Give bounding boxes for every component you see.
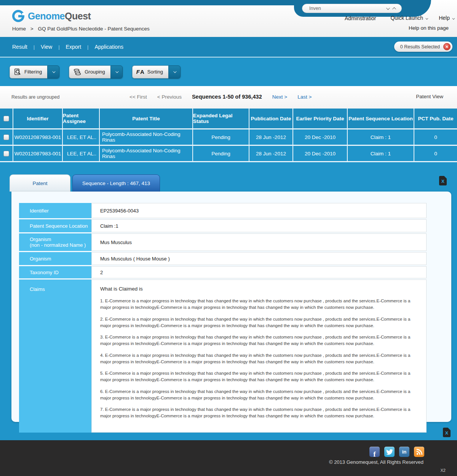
cell-publication-date: 28 Jun -2012 xyxy=(249,146,293,162)
breadcrumb-home[interactable]: Home xyxy=(12,26,26,32)
help-on-this-page-link[interactable]: Help on this page xyxy=(409,25,449,31)
menu-separator: | xyxy=(87,44,88,50)
claim-item: 7. E-Commerce is a major progress in tec… xyxy=(100,406,415,420)
menu-separator: | xyxy=(34,44,35,50)
last-page-link[interactable]: Last > xyxy=(297,94,312,100)
cell-title: Polycomb-Associated Non-Coding Rinas xyxy=(100,129,193,146)
patent-detail-panel: Identifier EP2539456-0043 Patent Sequenc… xyxy=(11,192,451,422)
claims-heading: What is Claimed is xyxy=(100,286,415,292)
cell-identifier: W02012087983-001 xyxy=(13,146,63,162)
cell-assignee: LEE, ET AL.. xyxy=(63,129,100,146)
excel-export-icon[interactable]: x xyxy=(443,428,451,437)
next-page-link[interactable]: Next > xyxy=(272,94,287,100)
menu-item-applications[interactable]: Applications xyxy=(94,44,123,50)
detail-value-claims: What is Claimed is 1. E-Commerce is a ma… xyxy=(91,280,427,433)
claim-item: 1. E-Commerce is a major progress in tec… xyxy=(100,298,415,311)
grouping-label: Grouping xyxy=(85,69,105,75)
help-menu[interactable]: Help xyxy=(439,15,454,21)
chevron-up-icon[interactable] xyxy=(392,7,396,11)
column-header-publication-date: Publication Date xyxy=(249,109,293,129)
column-header-priority-date: Earlier Priority Date xyxy=(293,109,348,129)
results-summary: Sequences 1-50 of 936,432 xyxy=(192,94,262,100)
previous-page-link[interactable]: < Previous xyxy=(157,94,182,100)
search-input[interactable]: Inven xyxy=(302,4,402,13)
detail-label-identifier: Identifier xyxy=(19,203,91,218)
breadcrumb-path: GQ Pat GoldPlus Necleotide - Patent Sequ… xyxy=(38,26,149,32)
cell-assignee: LEE, ET AL.. xyxy=(63,146,100,162)
tab-patent[interactable]: Patent xyxy=(10,174,70,192)
row-checkbox[interactable] xyxy=(3,134,9,140)
chevron-down-icon xyxy=(425,17,428,20)
table-row[interactable]: W02012087983-001 LEE, ET AL.. Polycomb-A… xyxy=(0,129,457,146)
grouping-stack-icon xyxy=(73,68,81,76)
detail-label-organism-non-normalized: Organism(non - normalized Name ) xyxy=(19,233,91,251)
genomequest-app: Inven GenomeQuest Home > GQ Pat GoldPlus… xyxy=(0,0,457,476)
column-header-title: Patent Title xyxy=(100,109,193,129)
detail-value-sequence-location: Claim :1 xyxy=(91,219,427,232)
filtering-dropdown[interactable] xyxy=(47,65,59,78)
filtering-button[interactable]: Filtering xyxy=(10,65,59,78)
excel-export-icon[interactable]: x xyxy=(439,176,447,185)
menu-item-result[interactable]: Result xyxy=(12,44,27,50)
detail-value-organism-non-normalized: Mus Musculus xyxy=(91,233,427,251)
menu-item-view[interactable]: View xyxy=(41,44,52,50)
sorting-button[interactable]: FA Sorting xyxy=(132,65,181,78)
cell-publication-date: 28 Jun -2012 xyxy=(249,129,293,146)
table-row[interactable]: W02012087983-001 LEE, ET AL.. Polycomb-A… xyxy=(0,146,457,162)
cell-sequence-location: Claim : 1 xyxy=(348,129,414,146)
grouping-dropdown[interactable] xyxy=(110,65,123,78)
cell-pct-pub-date: 0 xyxy=(414,129,457,146)
column-header-assignee: Patent Assignee xyxy=(63,109,100,129)
chevron-down-icon xyxy=(452,17,455,20)
filter-search-icon xyxy=(14,68,21,76)
copyright-text: © 2013 Genomequest, All Rights Reserved xyxy=(329,459,423,465)
toolbar: Filtering Grouping FA Sorting xyxy=(0,58,457,86)
column-header-identifier: Identifier xyxy=(13,109,63,129)
version-label: X2 xyxy=(441,468,446,473)
detail-value-taxonomy-id: 2 xyxy=(91,266,427,278)
results-selected-pill: 0 Results Selected × xyxy=(394,42,452,52)
detail-tabs: Patent Sequence - Length : 467, 413 xyxy=(0,162,457,192)
menubar: Result | View | Export | Applications 0 … xyxy=(0,37,457,58)
tab-sequence[interactable]: Sequence - Length : 467, 413 xyxy=(72,174,160,192)
row-checkbox[interactable] xyxy=(3,151,9,157)
patent-view-label: Patent View xyxy=(416,94,443,99)
social-links: f in xyxy=(369,447,424,457)
menu-item-export[interactable]: Export xyxy=(66,44,81,50)
logo-text: GenomeQuest xyxy=(28,11,91,22)
detail-label-sequence-location: Patent Sequence Location xyxy=(19,219,91,232)
top-banner xyxy=(0,0,305,5)
menu-separator: | xyxy=(58,44,59,50)
sorting-dropdown[interactable] xyxy=(168,65,181,78)
logo: GenomeQuest xyxy=(11,9,91,23)
rss-icon[interactable] xyxy=(414,447,424,457)
claim-item: 6. E-Commerce is a major progress in tec… xyxy=(100,388,415,402)
sorting-fa-icon: FA xyxy=(136,69,144,75)
twitter-icon[interactable] xyxy=(384,447,395,457)
footer: f in © 2013 Genomequest, All Rights Rese… xyxy=(0,440,457,476)
detail-section: Patent Sequence - Length : 467, 413 x Id… xyxy=(0,162,457,440)
claim-item: 5. E-Commerce is a major progress in tec… xyxy=(100,370,415,383)
column-header-pct-pub-date: PCT Pub. Date xyxy=(414,109,457,129)
detail-label-organism: Organism xyxy=(19,252,91,265)
facebook-icon[interactable]: f xyxy=(369,447,380,457)
grouping-status-label: Results are ungrouped xyxy=(11,94,59,100)
linkedin-icon[interactable]: in xyxy=(399,447,409,457)
sorting-label: Sorting xyxy=(147,69,163,75)
detail-label-taxonomy-id: Taxonomy ID xyxy=(19,266,91,278)
quick-launch-menu[interactable]: Quick Launch xyxy=(390,15,427,21)
first-page-link[interactable]: << First xyxy=(129,94,147,100)
chevron-down-icon[interactable] xyxy=(386,6,390,10)
detail-value-identifier: EP2539456-0043 xyxy=(91,203,427,218)
administration-menu[interactable]: Adminstratior xyxy=(345,15,376,21)
cell-priority-date: 20 Dec -2010 xyxy=(293,129,348,146)
grouping-button[interactable]: Grouping xyxy=(69,65,122,78)
close-icon[interactable]: × xyxy=(443,43,451,50)
cell-title: Polycomb-Associated Non-Coding Rinas xyxy=(100,146,193,162)
filtering-label: Filtering xyxy=(24,69,42,75)
breadcrumb-separator: > xyxy=(30,26,34,32)
content-bottom-gap: x xyxy=(0,422,457,440)
select-all-checkbox[interactable] xyxy=(3,116,9,121)
header: Inven GenomeQuest Home > GQ Pat GoldPlus… xyxy=(0,0,457,37)
results-table: Identifier Patent Assignee Patent Title … xyxy=(0,109,457,162)
